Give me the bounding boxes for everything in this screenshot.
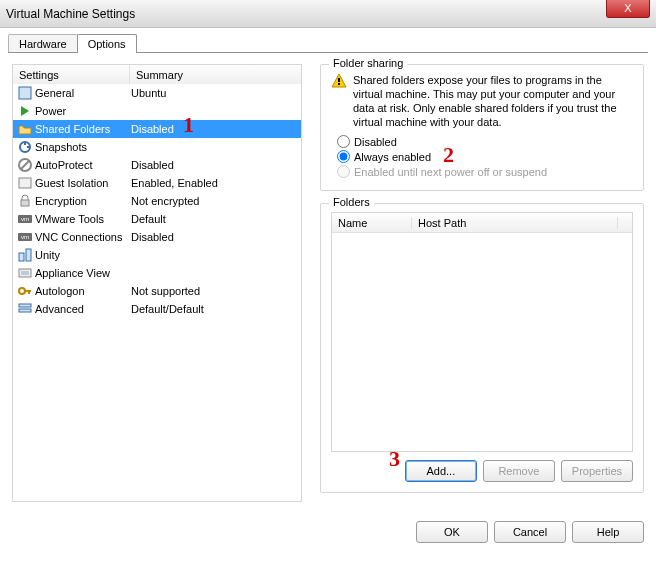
ok-button[interactable]: OK (416, 521, 488, 543)
close-button[interactable]: X (606, 0, 650, 18)
svg-text:vm: vm (21, 216, 29, 222)
list-item[interactable]: Power (13, 102, 301, 120)
tabstrip: Hardware Options (8, 34, 656, 53)
radio-disabled[interactable]: Disabled (337, 135, 633, 148)
settings-col-header[interactable]: Settings (13, 69, 129, 81)
svg-rect-17 (19, 309, 31, 312)
list-item-summary: Not supported (131, 285, 297, 297)
list-item-name: Appliance View (35, 267, 131, 279)
list-item[interactable]: AdvancedDefault/Default (13, 300, 301, 318)
folder-icon (17, 121, 33, 137)
radio-until-label: Enabled until next power off or suspend (354, 166, 547, 178)
list-item-name: General (35, 87, 131, 99)
settings-list[interactable]: GeneralUbuntuPowerShared FoldersDisabled… (12, 84, 302, 502)
list-item-name: Autologon (35, 285, 131, 297)
list-item[interactable]: GeneralUbuntu (13, 84, 301, 102)
list-item-name: Unity (35, 249, 131, 261)
sharing-warning: Shared folders expose your files to prog… (331, 73, 633, 129)
list-item-summary: Disabled (131, 123, 297, 135)
folder-sharing-group: Folder sharing Shared folders expose you… (320, 64, 644, 191)
list-item[interactable]: AutoProtectDisabled (13, 156, 301, 174)
cancel-button[interactable]: Cancel (494, 521, 566, 543)
list-item-name: Snapshots (35, 141, 131, 153)
folder-properties-button: Properties (561, 460, 633, 482)
unity-icon (17, 247, 33, 263)
list-item-summary: Enabled, Enabled (131, 177, 297, 189)
list-item-summary: Disabled (131, 231, 297, 243)
advanced-icon (17, 301, 33, 317)
list-item[interactable]: Snapshots (13, 138, 301, 156)
list-item-name: Advanced (35, 303, 131, 315)
list-item-name: Guest Isolation (35, 177, 131, 189)
vmw-icon: vm (17, 211, 33, 227)
vmw-icon: vm (17, 229, 33, 245)
list-item-summary: Ubuntu (131, 87, 297, 99)
autoprotect-icon (17, 157, 33, 173)
folders-group: Folders Name Host Path Add... Remove Pro… (320, 203, 644, 493)
settings-list-header: Settings Summary (12, 64, 302, 84)
list-item[interactable]: AutologonNot supported (13, 282, 301, 300)
appliance-icon (17, 265, 33, 281)
settings-list-pane: Settings Summary GeneralUbuntuPowerShare… (12, 64, 302, 505)
settings-icon (17, 85, 33, 101)
help-button[interactable]: Help (572, 521, 644, 543)
svg-marker-1 (21, 106, 29, 116)
dialog-footer: OK Cancel Help (0, 513, 656, 553)
svg-line-4 (21, 161, 29, 169)
svg-text:vm: vm (21, 234, 29, 240)
svg-rect-12 (26, 249, 31, 261)
key-icon (17, 283, 33, 299)
radio-disabled-label: Disabled (354, 136, 397, 148)
folders-col-host[interactable]: Host Path (412, 217, 618, 229)
title-bar: Virtual Machine Settings X (0, 0, 656, 28)
folders-table[interactable]: Name Host Path (331, 212, 633, 452)
list-item-summary: Not encrypted (131, 195, 297, 207)
svg-point-15 (19, 288, 25, 294)
svg-rect-5 (19, 178, 31, 188)
svg-rect-14 (21, 271, 29, 275)
list-item[interactable]: Guest IsolationEnabled, Enabled (13, 174, 301, 192)
tab-hardware[interactable]: Hardware (8, 34, 78, 53)
radio-always-label: Always enabled (354, 151, 431, 163)
add-folder-button[interactable]: Add... (405, 460, 477, 482)
radio-always[interactable]: Always enabled 2 (337, 150, 633, 163)
tab-options[interactable]: Options (77, 34, 137, 53)
list-item[interactable]: Appliance View (13, 264, 301, 282)
list-item[interactable]: Shared FoldersDisabled (13, 120, 301, 138)
list-item[interactable]: vmVMware ToolsDefault (13, 210, 301, 228)
list-item[interactable]: Unity (13, 246, 301, 264)
folders-table-header: Name Host Path (332, 213, 632, 233)
folder-sharing-legend: Folder sharing (329, 57, 407, 69)
radio-until-suspend: Enabled until next power off or suspend (337, 165, 633, 178)
svg-rect-0 (19, 87, 31, 99)
folders-col-name[interactable]: Name (332, 217, 412, 229)
snapshot-icon (17, 139, 33, 155)
summary-col-header[interactable]: Summary (130, 69, 301, 81)
radio-until-input (337, 165, 350, 178)
folders-buttons: Add... Remove Properties 3 (331, 460, 633, 482)
window-title: Virtual Machine Settings (6, 7, 135, 21)
detail-pane: Folder sharing Shared folders expose you… (320, 64, 644, 505)
list-item-summary: Default (131, 213, 297, 225)
isolation-icon (17, 175, 33, 191)
svg-rect-16 (19, 304, 31, 307)
lock-icon (17, 193, 33, 209)
svg-rect-6 (21, 200, 29, 206)
list-item-name: Shared Folders (35, 123, 131, 135)
sharing-warning-text: Shared folders expose your files to prog… (353, 73, 633, 129)
power-icon (17, 103, 33, 119)
list-item-name: VMware Tools (35, 213, 131, 225)
warning-icon (331, 73, 347, 89)
svg-rect-11 (19, 253, 24, 261)
list-item-name: Encryption (35, 195, 131, 207)
list-item-name: VNC Connections (35, 231, 131, 243)
list-item-name: AutoProtect (35, 159, 131, 171)
list-item[interactable]: vmVNC ConnectionsDisabled (13, 228, 301, 246)
radio-disabled-input[interactable] (337, 135, 350, 148)
svg-rect-19 (338, 78, 340, 82)
list-item[interactable]: EncryptionNot encrypted (13, 192, 301, 210)
list-item-summary: Disabled (131, 159, 297, 171)
radio-always-input[interactable] (337, 150, 350, 163)
folders-legend: Folders (329, 196, 374, 208)
list-item-name: Power (35, 105, 131, 117)
